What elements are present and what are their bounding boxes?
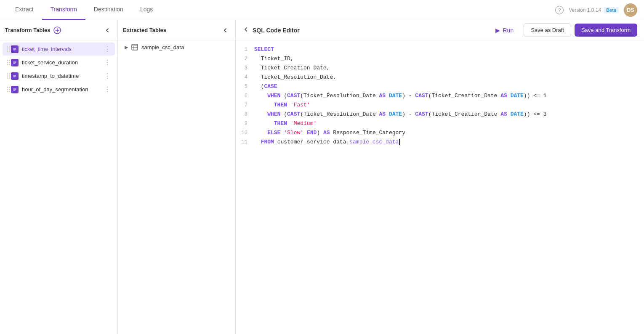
code-line: 11 FROM customer_service_data.sample_csc… <box>236 138 644 147</box>
version-label: Version 1.0.14 Beta <box>569 7 619 13</box>
save-transform-button[interactable]: Save and Transform <box>575 24 637 37</box>
sql-editor-panel: SQL Code Editor ▶ Run Save as Draft Save… <box>236 20 644 334</box>
list-item[interactable]: ticket_time_intervals ⋮ <box>3 42 115 56</box>
table-item-name: ticket_service_duration <box>22 59 103 66</box>
tab-transform[interactable]: Transform <box>42 0 85 20</box>
extracted-tables-header: Extracted Tables <box>118 20 235 40</box>
table-item-more-button[interactable]: ⋮ <box>103 45 112 53</box>
table-item-more-button[interactable]: ⋮ <box>103 85 112 93</box>
drag-handle-icon <box>6 45 11 53</box>
svg-rect-7 <box>132 44 138 50</box>
tab-extract[interactable]: Extract <box>7 0 42 20</box>
table-item-icon <box>11 72 19 80</box>
save-draft-button[interactable]: Save as Draft <box>524 23 571 37</box>
sql-editor-title: SQL Code Editor <box>253 27 300 34</box>
collapse-transform-tables-button[interactable] <box>102 25 112 35</box>
table-item-icon <box>11 86 19 93</box>
code-line: 9 THEN 'Medium' <box>236 119 644 129</box>
extracted-tables-panel: Extracted Tables ▶ sample_csc_data <box>118 20 236 334</box>
code-line: 1 SELECT <box>236 45 644 55</box>
run-button[interactable]: ▶ Run <box>489 24 520 36</box>
nav-right: ? Version 1.0.14 Beta DS <box>555 3 637 17</box>
transform-tables-panel: Transform Tables <box>0 20 118 334</box>
table-item-name: ticket_time_intervals <box>22 46 103 52</box>
transform-table-list: ticket_time_intervals ⋮ ticket_service_d… <box>0 40 117 334</box>
list-item[interactable]: ticket_service_duration ⋮ <box>3 56 115 69</box>
table-item-more-button[interactable]: ⋮ <box>103 58 112 66</box>
main-layout: Transform Tables <box>0 20 644 334</box>
sql-editor-header: SQL Code Editor ▶ Run Save as Draft Save… <box>236 20 644 40</box>
expand-icon[interactable]: ▶ <box>125 45 128 50</box>
list-item[interactable]: hour_of_day_segmentation ⋮ <box>3 83 115 96</box>
extracted-tables-title: Extracted Tables <box>123 27 166 33</box>
code-line: 2 Ticket_ID, <box>236 55 644 64</box>
collapse-sql-button[interactable] <box>242 26 249 34</box>
code-line: 6 WHEN (CAST(Ticket_Resolution_Date AS D… <box>236 92 644 101</box>
help-icon[interactable]: ? <box>555 6 564 14</box>
avatar[interactable]: DS <box>624 3 637 17</box>
list-item[interactable]: ▶ sample_csc_data <box>118 40 235 54</box>
beta-badge: Beta <box>604 7 619 13</box>
code-line: 5 (CASE <box>236 82 644 92</box>
list-item[interactable]: timestamp_to_datetime ⋮ <box>3 69 115 82</box>
table-item-icon <box>11 45 19 53</box>
code-editor[interactable]: 1 SELECT 2 Ticket_ID, 3 Ticket_Creation_… <box>236 40 644 334</box>
table-item-name: hour_of_day_segmentation <box>22 86 103 93</box>
table-item-name: timestamp_to_datetime <box>22 73 103 79</box>
code-line: 4 Ticket_Resolution_Date, <box>236 73 644 82</box>
tab-logs[interactable]: Logs <box>132 0 161 20</box>
nav-tabs: Extract Transform Destination Logs <box>7 0 161 20</box>
play-icon: ▶ <box>495 27 500 34</box>
sql-editor-actions: ▶ Run Save as Draft Save and Transform <box>489 23 637 37</box>
code-line: 7 THEN 'Fast' <box>236 101 644 110</box>
sql-header-left: SQL Code Editor <box>242 26 300 34</box>
table-grid-icon <box>131 44 138 50</box>
drag-handle-icon <box>6 86 11 93</box>
collapse-extracted-tables-button[interactable] <box>220 25 230 35</box>
transform-tables-title: Transform Tables <box>5 27 61 34</box>
table-item-icon <box>11 59 19 66</box>
transform-tables-header: Transform Tables <box>0 20 117 40</box>
top-navigation: Extract Transform Destination Logs ? Ver… <box>0 0 644 20</box>
drag-handle-icon <box>6 59 11 66</box>
extracted-table-name: sample_csc_data <box>141 44 184 50</box>
add-table-button[interactable] <box>53 27 61 34</box>
table-item-more-button[interactable]: ⋮ <box>103 72 112 80</box>
code-line: 3 Ticket_Creation_Date, <box>236 64 644 73</box>
code-line: 8 WHEN (CAST(Ticket_Resolution_Date AS D… <box>236 110 644 119</box>
tab-destination[interactable]: Destination <box>85 0 132 20</box>
drag-handle-icon <box>6 72 11 80</box>
code-line: 10 ELSE 'Slow' END) AS Response_Time_Cat… <box>236 129 644 138</box>
